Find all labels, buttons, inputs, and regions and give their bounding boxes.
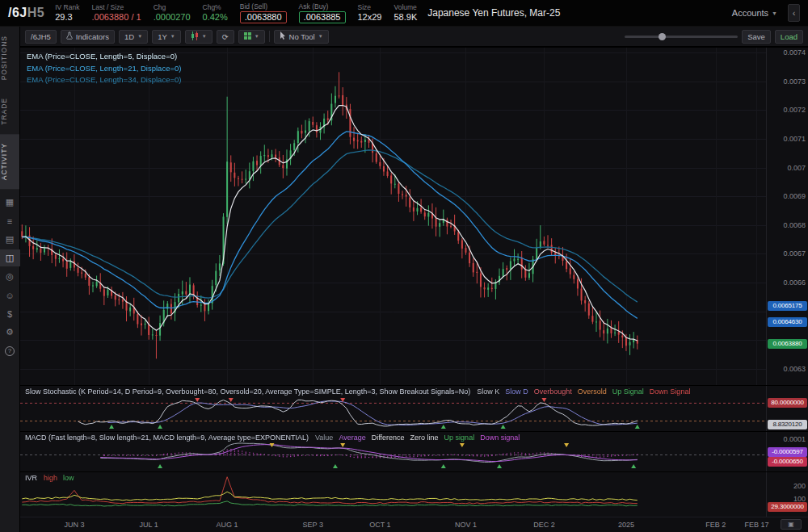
x-axis-label: NOV 1	[455, 521, 477, 529]
symbol-suffix: H5	[27, 6, 44, 19]
stat-size: Size12x29	[358, 3, 382, 22]
x-axis-label: 2025	[618, 521, 634, 529]
target-icon[interactable]: ◎	[0, 268, 20, 285]
table-icon[interactable]: ▤	[0, 231, 20, 248]
interval-dropdown[interactable]: 1D▼	[119, 30, 148, 44]
macd-axis: 0.0001-0.0000597-0.0000650	[766, 432, 808, 471]
cursor-icon	[280, 31, 286, 41]
legend-item: Oversold	[578, 387, 607, 396]
range-dropdown[interactable]: 1Y▼	[152, 30, 181, 44]
axis-tick: 0.0066	[783, 279, 806, 287]
legend-item: Slow D	[505, 387, 528, 396]
axis-tick: 0.0069	[783, 192, 806, 200]
indicators-button[interactable]: Indicators	[61, 30, 115, 44]
ivr-title: IVR	[25, 474, 37, 482]
x-axis-label: JUN 3	[64, 521, 84, 529]
ivr-plot[interactable]: IVRhighlow	[20, 472, 766, 517]
instrument-name: Japanese Yen Futures, Mar-25	[427, 7, 560, 19]
sidebar-icons: ▦≡▤◫◎☺$⚙?	[0, 194, 19, 359]
sidebar-tab-trade[interactable]: TRADE	[0, 89, 19, 134]
x-axis-label: AUG 1	[217, 521, 238, 529]
macd-legend: ValueAverageDifferenceZero lineUp signal…	[315, 434, 520, 442]
chevron-down-icon: ▼	[202, 34, 207, 39]
price-chart-canvas[interactable]	[20, 48, 766, 385]
ema-label-1: EMA (Price=CLOSE, Length=21, Displace=0)	[27, 63, 181, 75]
legend-item: Down signal	[480, 434, 520, 442]
axis-tick: 0.007	[787, 164, 806, 172]
axis-tick: 200	[793, 482, 806, 490]
axis-tick: 0.0068	[783, 221, 806, 229]
trading-platform: /6JH5 IV Rank29.3Last / Size.0063880 / 1…	[0, 0, 808, 532]
settings-icon[interactable]: ⚙	[0, 324, 20, 341]
stochastic-panel: Slow Stochastic (K Period=14, D Period=9…	[20, 385, 808, 431]
axis-tick: 0.0071	[783, 135, 806, 143]
legend-item: Value	[315, 434, 333, 442]
macd-panel: MACD (Fast length=8, Slow length=21, MAC…	[20, 431, 808, 471]
axis-tick: 0.0067	[783, 249, 806, 258]
save-button[interactable]: Save	[742, 30, 771, 44]
price-axis[interactable]: 0.00740.00730.00720.00710.0070.00690.006…	[766, 48, 808, 385]
price-badge: -0.0000650	[768, 457, 807, 467]
chart-style-dropdown[interactable]: ▼	[185, 30, 213, 44]
axis-tick: 0.0074	[783, 48, 806, 57]
sidebar-tab-positions[interactable]: POSITIONS	[0, 27, 19, 89]
chart-toolbar: /6JH5 Indicators 1D▼ 1Y▼ ▼ ⟳ ▼	[20, 27, 808, 47]
legend-item: Down Signal	[650, 387, 691, 396]
legend-item: Up Signal	[612, 387, 644, 396]
stochastic-plot[interactable]: Slow Stochastic (K Period=14, D Period=9…	[20, 386, 766, 431]
slider-thumb[interactable]	[659, 33, 666, 40]
price-panel: EMA (Price=CLOSE, Length=5, Displace=0)E…	[20, 47, 808, 385]
price-chart-plot[interactable]: EMA (Price=CLOSE, Length=5, Displace=0)E…	[20, 48, 766, 385]
slider-track	[625, 36, 738, 38]
ivr-panel: IVRhighlow 20010029.3000000	[20, 471, 808, 517]
load-label: Load	[781, 32, 797, 41]
legend-item: Slow K	[477, 387, 499, 396]
time-axis[interactable]: ▣ JUN 3JUL 1AUG 1SEP 3OCT 1NOV 1DEC 2202…	[20, 517, 808, 532]
accounts-dropdown[interactable]: Accounts▼	[732, 8, 777, 18]
x-axis-label: FEB 2	[705, 521, 726, 529]
left-sidebar: POSITIONSTRADEACTIVITY ▦≡▤◫◎☺$⚙?	[0, 27, 20, 532]
chart-symbol-chip[interactable]: /6JH5	[25, 30, 57, 44]
legend-item: Up signal	[444, 434, 475, 442]
stat-volume: Volume58.9K	[393, 3, 417, 22]
axis-tick: 0.0001	[783, 435, 806, 443]
chevron-down-icon: ▼	[137, 34, 142, 39]
axis-toolbox-button[interactable]: ▣	[781, 519, 802, 530]
modules-icon[interactable]: ▦	[0, 194, 20, 211]
price-badge: 0.0063880	[768, 339, 807, 349]
price-badge: 0.0064630	[768, 317, 807, 327]
stat-last-size: Last / Size.0063880 / 1	[91, 3, 141, 22]
ivr-canvas[interactable]	[20, 472, 766, 517]
macd-plot[interactable]: MACD (Fast length=8, Slow length=21, MAC…	[20, 432, 766, 471]
price-badge: 29.3000000	[768, 502, 807, 512]
save-label: Save	[747, 32, 765, 41]
range-value: 1Y	[158, 32, 167, 41]
collapse-panel-button[interactable]: ‹	[788, 4, 800, 22]
symbol-root: /6J	[8, 6, 27, 19]
grid-icon	[244, 32, 251, 41]
chevron-down-icon: ▼	[772, 10, 777, 16]
accounts-label: Accounts	[732, 8, 768, 18]
price-badge: 8.8320120	[768, 420, 807, 429]
layout-grid-dropdown[interactable]: ▼	[238, 30, 265, 44]
zoom-slider[interactable]	[625, 30, 738, 44]
tool-label: No Tool	[289, 32, 315, 41]
tool-dropdown[interactable]: No Tool ▼	[274, 30, 329, 44]
macd-title: MACD (Fast length=8, Slow length=21, MAC…	[25, 434, 309, 442]
load-button[interactable]: Load	[775, 30, 803, 44]
chart-icon[interactable]: ◫	[0, 249, 20, 266]
axis-tick: 0.0063	[783, 365, 806, 373]
stat-iv-rank: IV Rank29.3	[55, 3, 79, 22]
help-icon[interactable]: ?	[0, 342, 20, 359]
stat-chg%: Chg%0.42%	[203, 3, 228, 22]
watchlist-icon[interactable]: ≡	[0, 212, 20, 229]
x-axis-label: FEB 17	[744, 521, 768, 529]
legend-item: Overbought	[534, 387, 572, 396]
refresh-button[interactable]: ⟳	[217, 30, 234, 44]
users-icon[interactable]: ☺	[0, 287, 20, 304]
legend-item: high	[44, 474, 57, 482]
x-axis-label: OCT 1	[369, 521, 390, 529]
cash-icon[interactable]: $	[0, 305, 20, 322]
quote-header: /6JH5 IV Rank29.3Last / Size.0063880 / 1…	[0, 0, 808, 27]
sidebar-tab-activity[interactable]: ACTIVITY	[0, 134, 19, 189]
